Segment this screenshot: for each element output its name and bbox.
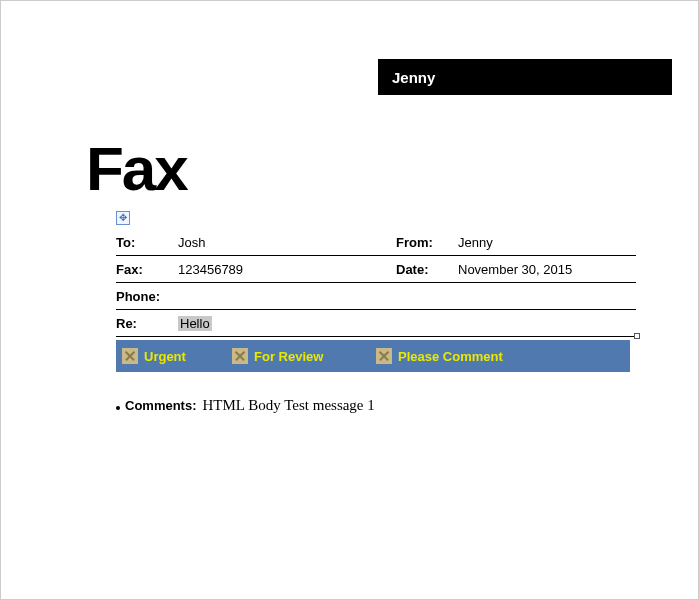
header-name-bar: Jenny [378, 59, 672, 95]
fax-label: Fax: [116, 262, 178, 277]
checkbox-icon[interactable] [122, 348, 138, 364]
bullet-icon [116, 406, 120, 410]
fax-value: 123456789 [178, 262, 243, 277]
header-name: Jenny [392, 69, 435, 86]
phone-label: Phone: [116, 289, 178, 304]
status-bar: Urgent For Review Please Comment [116, 340, 630, 372]
checkbox-icon[interactable] [376, 348, 392, 364]
comments-row: Comments: HTML Body Test message 1 [116, 397, 375, 414]
to-label: To: [116, 235, 178, 250]
comments-label: Comments: [125, 398, 197, 413]
status-urgent[interactable]: Urgent [122, 348, 232, 364]
status-please-comment[interactable]: Please Comment [376, 348, 503, 364]
re-value[interactable]: Hello [178, 316, 212, 331]
fax-cover-page: Jenny Fax To: Josh From: Jenny Fax: 1234… [26, 11, 673, 589]
checkbox-icon[interactable] [232, 348, 248, 364]
row-fax-date: Fax: 123456789 Date: November 30, 2015 [116, 256, 636, 283]
status-comment-label: Please Comment [398, 349, 503, 364]
date-value: November 30, 2015 [458, 262, 572, 277]
row-re: Re: Hello [116, 310, 636, 337]
status-urgent-label: Urgent [144, 349, 186, 364]
comments-value: HTML Body Test message 1 [203, 397, 375, 414]
to-value: Josh [178, 235, 205, 250]
fax-info-table: To: Josh From: Jenny Fax: 123456789 Date… [116, 229, 636, 337]
from-value: Jenny [458, 235, 493, 250]
re-label: Re: [116, 316, 178, 331]
from-label: From: [396, 235, 458, 250]
move-handle-icon[interactable] [116, 211, 130, 225]
resize-handle-icon[interactable] [634, 333, 640, 339]
status-review-label: For Review [254, 349, 323, 364]
status-for-review[interactable]: For Review [232, 348, 376, 364]
document-title: Fax [86, 133, 187, 204]
row-phone: Phone: [116, 283, 636, 310]
date-label: Date: [396, 262, 458, 277]
row-to-from: To: Josh From: Jenny [116, 229, 636, 256]
